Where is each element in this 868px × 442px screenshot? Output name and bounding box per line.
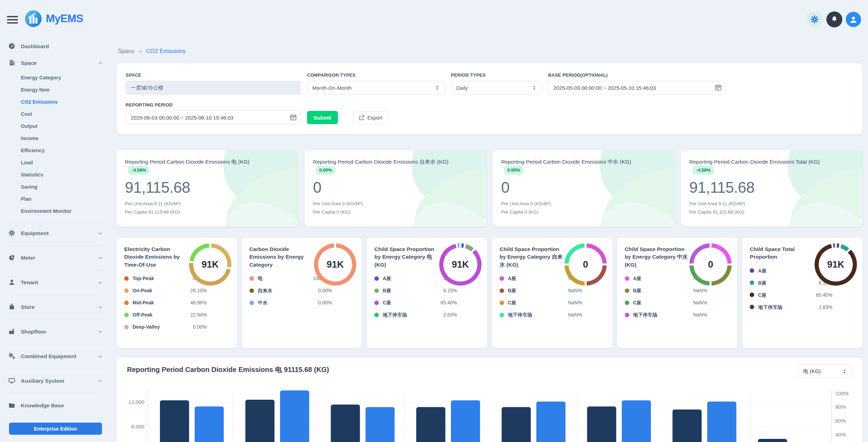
sidebar-nav: DashboardSpaceEnergy CategoryEnergy Item… bbox=[0, 38, 111, 435]
sidebar-subitem-cost[interactable]: Cost bbox=[0, 108, 111, 120]
sidebar-divider bbox=[8, 369, 103, 369]
sidebar-item-auxiliary-system[interactable]: Auxiliary System bbox=[0, 373, 111, 389]
legend-dot-icon bbox=[500, 301, 504, 305]
svg-text:8,000: 8,000 bbox=[131, 424, 144, 430]
reporting-period-label: REPORTING PERIOD bbox=[126, 102, 301, 107]
building-icon bbox=[8, 59, 16, 67]
legend-label: B座 bbox=[383, 287, 391, 294]
gear-icon bbox=[8, 229, 16, 237]
legend-item: 地下停车场NaN% bbox=[625, 310, 707, 320]
sidebar-item-dashboard[interactable]: Dashboard bbox=[0, 38, 111, 55]
energy-unit-value: 电 (KG) bbox=[803, 368, 821, 375]
sidebar-item-combined-equipment[interactable]: Combined Equipment bbox=[0, 348, 111, 365]
legend-item: C座85.40% bbox=[750, 290, 832, 300]
stat-card-1: Reporting Period Carbon Dioxide Emission… bbox=[117, 150, 298, 226]
hamburger-menu-icon[interactable] bbox=[7, 16, 18, 23]
legend-dot-icon bbox=[500, 288, 504, 293]
base-period-field: BASE PERIOD(OPTIONAL) bbox=[548, 72, 726, 95]
enterprise-edition-button[interactable]: Enterprise Edition bbox=[9, 423, 102, 435]
donut-center-value: 91K bbox=[193, 248, 227, 281]
legend-item: Mid-Peak48.96% bbox=[124, 297, 207, 308]
legend-item: B座8.15% bbox=[750, 278, 832, 288]
base-period-label: BASE PERIOD(OPTIONAL) bbox=[548, 72, 726, 78]
export-button[interactable]: Export bbox=[353, 111, 388, 124]
legend-dot-icon bbox=[124, 276, 129, 281]
submit-button[interactable]: Submit bbox=[307, 111, 338, 124]
bar-light-5 bbox=[536, 401, 565, 442]
sidebar-item-label: Dashboard bbox=[21, 43, 49, 50]
sidebar-subitem-saving[interactable]: Saving bbox=[0, 181, 111, 193]
donut-chart: 0 bbox=[564, 243, 607, 286]
myems-logo-icon bbox=[25, 10, 42, 27]
stat-per-capita: Per Capita 0 (KG) bbox=[313, 209, 478, 215]
stat-title-text: Reporting Period Carbon Dioxide Emission… bbox=[689, 159, 820, 165]
brand-logo[interactable]: MyEMS bbox=[25, 10, 83, 27]
donut-card-title: Child Space Total Proportion bbox=[750, 245, 814, 261]
sidebar-subitem-environment-monitor[interactable]: Environment Monitor bbox=[0, 205, 111, 217]
legend-item: 自来水0.00% bbox=[249, 285, 332, 296]
stat-per-unit-area: Per Unit Area 9.11 (KG/M²) bbox=[689, 201, 854, 206]
sidebar-divider bbox=[8, 393, 103, 393]
donut-legend: A座3.62%B座8.15%C座85.40%地下停车场2.83% bbox=[374, 273, 457, 320]
sidebar-subitem-energy-category[interactable]: Energy Category bbox=[0, 71, 111, 84]
base-period-input[interactable] bbox=[548, 81, 726, 95]
sidebar-item-equipment[interactable]: Equipment bbox=[0, 225, 111, 242]
donut-card-3: Child Space Proportion by Energy Categor… bbox=[367, 238, 487, 348]
legend-value: 2.83% bbox=[817, 304, 833, 310]
sidebar-subitem-load[interactable]: Load bbox=[0, 156, 111, 168]
chevron-up-icon bbox=[98, 61, 103, 66]
space-input[interactable] bbox=[126, 81, 301, 95]
donut-legend: Top-Peak0.00%On-Peak28.10%Mid-Peak48.96%… bbox=[124, 273, 207, 332]
legend-dot-icon bbox=[249, 301, 254, 305]
energy-unit-select[interactable]: 电 (KG) bbox=[798, 364, 852, 378]
legend-dot-icon bbox=[750, 293, 754, 297]
bar-light-1 bbox=[195, 406, 224, 442]
bar-dark-5 bbox=[502, 407, 531, 442]
bar-light-6 bbox=[622, 400, 651, 442]
sidebar-subitem-plan[interactable]: Plan bbox=[0, 193, 111, 205]
legend-label: 地下停车场 bbox=[633, 312, 657, 318]
legend-item: C座NaN% bbox=[500, 297, 582, 308]
stat-card-2: Reporting Period Carbon Dioxide Emission… bbox=[305, 150, 486, 226]
reporting-period-input[interactable] bbox=[126, 111, 301, 124]
breadcrumb-parent[interactable]: Space bbox=[118, 48, 134, 54]
sidebar-item-label: Tenant bbox=[21, 279, 38, 286]
sort-arrows-icon bbox=[435, 85, 440, 90]
stat-per-unit-area: Per Unit Area 0 (KG/M²) bbox=[313, 201, 478, 206]
comparison-types-value: Month-On-Month bbox=[312, 85, 351, 91]
stat-change-badge: 0.00% bbox=[316, 166, 335, 175]
sidebar-subitem-output[interactable]: Output bbox=[0, 120, 111, 132]
bar-light-3 bbox=[366, 407, 395, 442]
breadcrumb-current: CO2 Emissions bbox=[146, 48, 186, 54]
comparison-types-select[interactable]: Month-On-Month bbox=[307, 81, 445, 95]
sidebar-subitem-energy-item[interactable]: Energy Item bbox=[0, 84, 111, 96]
sidebar-item-knowledge-base[interactable]: Knowledge Base bbox=[0, 397, 111, 414]
legend-value: 22.94% bbox=[189, 312, 207, 318]
bag-icon bbox=[8, 303, 16, 311]
donut-legend: A座NaN%B座NaN%C座NaN%地下停车场NaN% bbox=[625, 273, 707, 320]
bar-chart-card: Reporting Period Carbon Dioxide Emission… bbox=[117, 357, 862, 442]
sidebar-item-shopfloor[interactable]: Shopfloor bbox=[0, 323, 111, 340]
sidebar-item-meter[interactable]: Meter bbox=[0, 250, 111, 266]
sidebar-item-space[interactable]: Space bbox=[0, 55, 111, 71]
chevron-down-icon bbox=[98, 354, 103, 359]
sidebar-subitem-income[interactable]: Income bbox=[0, 132, 111, 144]
donut-center-value: 91K bbox=[443, 248, 477, 281]
legend-label: Deep-Valley bbox=[133, 324, 160, 330]
legend-label: On-Peak bbox=[133, 287, 152, 294]
legend-dot-icon bbox=[124, 301, 129, 305]
sidebar-subitem-efficiency[interactable]: Efficiency bbox=[0, 144, 111, 156]
sidebar-subitem-co2-emissions[interactable]: CO2 Emissions bbox=[0, 96, 111, 108]
legend-dot-icon bbox=[750, 268, 754, 273]
donut-card-title: Child Space Proportion by Energy Categor… bbox=[625, 245, 689, 269]
donut-chart: 91K bbox=[815, 243, 857, 286]
period-types-select[interactable]: Daily bbox=[451, 81, 542, 95]
bar-light-7 bbox=[707, 401, 737, 442]
main-content: Space » CO2 Emissions SPACE COMPARISON T… bbox=[111, 0, 868, 442]
sidebar-item-tenant[interactable]: Tenant bbox=[0, 274, 111, 291]
legend-label: A座 bbox=[508, 275, 516, 281]
legend-label: 中水 bbox=[258, 300, 267, 306]
sidebar-item-store[interactable]: Store bbox=[0, 299, 111, 315]
legend-value: NaN% bbox=[567, 288, 582, 293]
sidebar-subitem-statistics[interactable]: Statistics bbox=[0, 168, 111, 181]
